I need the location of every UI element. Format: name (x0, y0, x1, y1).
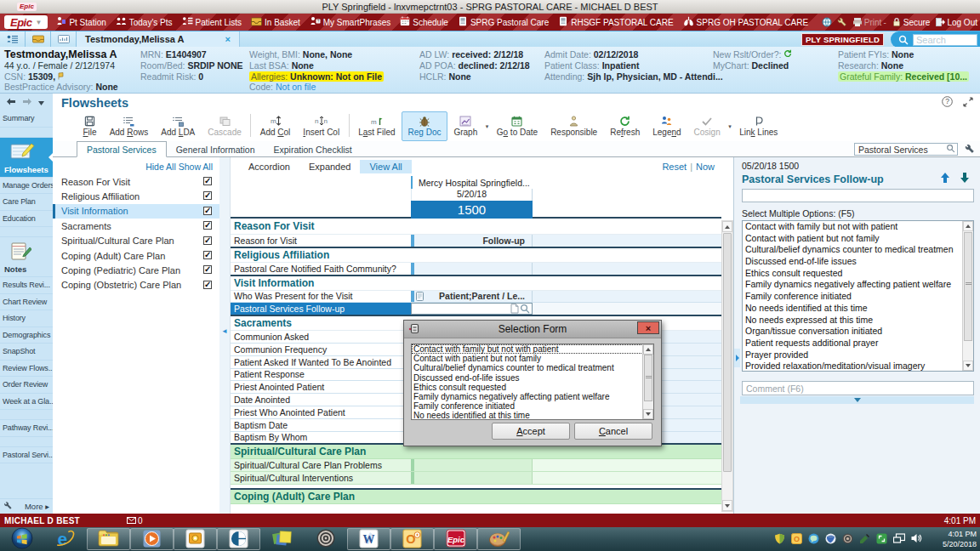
grid-cell-value[interactable]: Follow-up (411, 235, 533, 247)
taskbar-outlook-icon[interactable]: O (390, 528, 434, 550)
sidebar-item-care-plan[interactable]: Care Plan (0, 194, 53, 211)
section-checkbox[interactable]: ✓ (203, 281, 212, 289)
section-checkbox[interactable]: ✓ (203, 251, 212, 259)
sidebar-item-history[interactable]: History (0, 310, 53, 327)
close-tab-icon[interactable]: × (225, 34, 231, 44)
toolbar-button-insert-col[interactable]: nnInsert Col (297, 111, 346, 141)
toolbar-dropdown-icon[interactable]: ▾ (728, 123, 732, 130)
epic-menu-item-patient-lists[interactable]: Patient Lists (182, 16, 242, 28)
tray-chat-icon[interactable] (808, 533, 819, 546)
section-item-religious-affiliation[interactable]: Religious Affiliation✓ (53, 189, 219, 203)
epic-menu-item-in-basket[interactable]: In Basket (251, 17, 300, 28)
flowsheet-tab-expiration-checklist[interactable]: Expiration Checklist (265, 142, 362, 156)
toolbar-button-graph[interactable]: Graph (447, 111, 484, 141)
grid-cell-value[interactable] (411, 459, 533, 471)
section-checkbox[interactable]: ✓ (203, 265, 212, 274)
dialog-option-item[interactable]: Discussed end-of-life issues (412, 373, 653, 383)
option-item[interactable]: Prayer provided (743, 349, 973, 361)
toolbar-button-file[interactable]: File (77, 111, 103, 141)
toolbar-button-add-rows[interactable]: Add Rows (103, 111, 155, 141)
option-item[interactable]: Contact with patient but not family (743, 233, 973, 245)
sidebar-item-pathway-review[interactable]: Pathway Revi... (0, 420, 53, 437)
refresh-small-icon[interactable] (783, 49, 792, 60)
allergy-banner[interactable]: Allergies: Unknown: Not on File (249, 71, 384, 82)
secure-button[interactable]: Secure (892, 17, 931, 27)
option-item[interactable]: Organ/tissue conversation initiated (743, 326, 973, 338)
previous-row-arrow-icon[interactable] (941, 173, 949, 185)
dialog-option-item[interactable]: Ethics consult requested (412, 383, 653, 392)
dialog-option-item[interactable]: Cultural/belief dynamics counter to medi… (412, 363, 653, 372)
toolbar-button-add-lda[interactable]: Add LDA (155, 111, 202, 141)
grid-cell-empty[interactable] (533, 235, 721, 247)
taskbar-snipping-tool-icon[interactable] (174, 528, 217, 550)
grid-row-spiritual-cultural-interventions[interactable]: Spiritual/Cultural Interventions (231, 472, 721, 485)
tray-speaker-icon[interactable] (911, 533, 922, 545)
flowsheet-search-box[interactable]: Pastoral Services (854, 143, 958, 156)
logout-button[interactable]: Log Out (935, 17, 977, 27)
section-item-visit-information[interactable]: Visit Information✓ (53, 204, 219, 219)
flag-icon[interactable] (58, 71, 66, 82)
grid-row-pastoral-care-notified-faith-community-[interactable]: Pastoral Care Notified Faith Community? (231, 263, 721, 276)
sidebar-item-chart-review[interactable]: Chart Review (0, 294, 53, 311)
dialog-titlebar[interactable]: Selection Form × (404, 321, 661, 338)
sidebar-item-flowsheets[interactable]: Flowsheets (0, 138, 53, 178)
toolbar-button-responsible[interactable]: Responsible (544, 111, 604, 141)
grid-cell-empty[interactable] (533, 291, 721, 303)
grid-row-spiritual-cultural-care-plan-problems[interactable]: Spiritual/Cultural Care Plan Problems (231, 459, 721, 472)
sidebar-item-results-revi-[interactable]: Results Revi... (0, 277, 53, 294)
taskbar-paint-icon[interactable] (477, 528, 521, 550)
toolbar-button-go-to-date[interactable]: Go to Date (490, 111, 544, 141)
in-basket-toolbar-button[interactable] (26, 31, 51, 47)
back-arrow-icon[interactable] (6, 98, 16, 107)
grid-vertical-scrollbar[interactable] (721, 220, 733, 512)
column-date-cell[interactable]: 5/20/18 (411, 189, 533, 201)
nav-dropdown-icon[interactable] (38, 98, 44, 107)
view-button-expanded[interactable]: Expanded (299, 160, 361, 173)
sidebar-item-summary[interactable]: Summary (0, 111, 53, 128)
grid-cell-value[interactable] (411, 263, 533, 275)
option-item[interactable]: Contact with family but not with patient (743, 221, 973, 233)
sidebar-item-demographics[interactable]: Demographics (0, 327, 53, 344)
taskbar-hyperspace-icon[interactable] (217, 528, 260, 550)
expand-icon[interactable] (963, 97, 973, 109)
section-checkbox[interactable]: ✓ (203, 236, 212, 245)
toolbar-button-add-col[interactable]: mAdd Col (254, 111, 297, 141)
option-item[interactable]: No needs expressed at this time (743, 315, 973, 327)
section-checkbox[interactable]: ✓ (203, 177, 212, 185)
option-item[interactable]: Provided relaxation/meditation/visual im… (743, 361, 973, 372)
epic-menu-item-sprg-pastoral-care[interactable]: SPRG Pastoral Care (458, 16, 549, 28)
sidebar-more-button[interactable]: More ▸ (0, 498, 53, 514)
toolbar-button-refresh[interactable]: Refresh (604, 111, 647, 141)
options-scroll-thumb[interactable] (964, 232, 972, 341)
toolbar-button-last-filed[interactable]: mLast Filed (352, 111, 402, 141)
doc-value-input[interactable] (742, 189, 974, 202)
toolbar-button-legend[interactable]: Legend (647, 111, 687, 141)
grid-cell-value[interactable] (411, 303, 533, 315)
status-mail[interactable]: 0 (127, 516, 143, 525)
section-item-sacraments[interactable]: Sacraments✓ (53, 219, 219, 233)
epic-menu-item-pt-station[interactable]: Pt Station (56, 16, 105, 28)
sidebar-item-education[interactable]: Education (0, 211, 53, 228)
option-item[interactable]: No needs identified at this time (743, 303, 973, 315)
epic-menu-button[interactable]: Epic ▼ (4, 15, 48, 29)
tray-window-tray-icon[interactable] (893, 533, 905, 545)
cancel-button[interactable]: Cancel (574, 423, 652, 440)
scroll-up-button[interactable] (722, 221, 732, 232)
section-checkbox[interactable]: ✓ (203, 221, 212, 230)
option-item[interactable]: Patient requests additional prayer (743, 338, 973, 349)
sidebar-item-manage-orders[interactable]: Manage Orders (0, 178, 53, 195)
grid-cell-value[interactable]: Patient;Parent / Le... (411, 291, 533, 303)
dialog-scrollbar[interactable] (642, 344, 653, 419)
comment-input[interactable] (742, 381, 974, 395)
grid-row-pastoral-services-follow-up[interactable]: Pastoral Services Follow-up (231, 303, 721, 315)
tools-wrench-icon[interactable] (837, 17, 847, 27)
taskbar-gotomeeting-icon[interactable] (304, 527, 347, 551)
grid-cell-value[interactable] (411, 472, 533, 484)
epic-menu-item-schedule[interactable]: Schedule (400, 16, 448, 28)
taskbar-start-orb-icon[interactable] (0, 527, 43, 551)
dialog-scroll-up-button[interactable] (643, 344, 653, 355)
flowsheet-tab-pastoral-services[interactable]: Pastoral Services (77, 141, 167, 157)
scroll-thumb[interactable] (723, 233, 732, 472)
tray-brush-tray-icon[interactable] (859, 533, 870, 546)
column-time-cell[interactable]: 1500 (411, 201, 533, 219)
